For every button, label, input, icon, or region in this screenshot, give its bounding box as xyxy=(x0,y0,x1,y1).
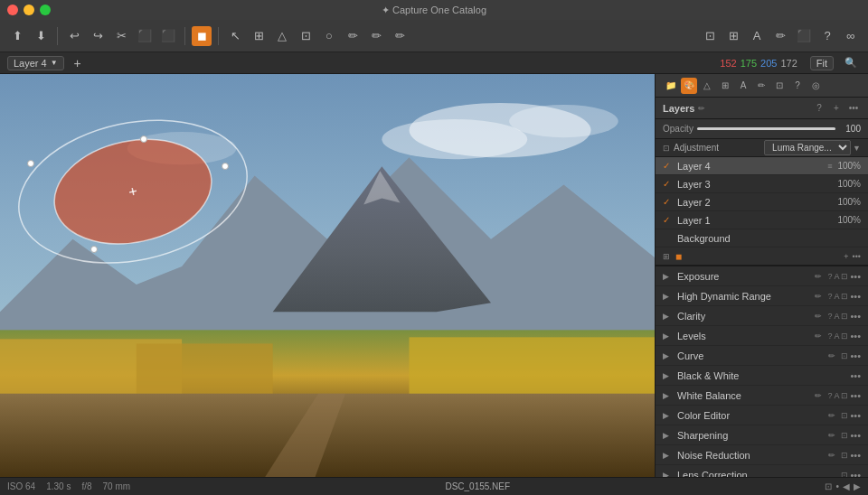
adj-q-hdr[interactable]: ? xyxy=(827,292,832,301)
adj-tool-sharp[interactable]: ✏ xyxy=(828,431,835,440)
stamp-tool[interactable]: ✏ xyxy=(770,26,790,46)
export-button[interactable]: ⬇ xyxy=(31,26,51,46)
help-button[interactable]: ? xyxy=(817,26,837,46)
panel-tab-pen[interactable]: ✏ xyxy=(753,78,769,94)
adj-tool-curve[interactable]: ✏ xyxy=(828,351,835,360)
pen-tool-3[interactable]: ✏ xyxy=(390,26,410,46)
adj-curve[interactable]: ▶ Curve ✏ ⊡ ••• xyxy=(656,346,868,366)
adj-dots-curve[interactable]: ••• xyxy=(850,350,861,361)
adj-a-exposure[interactable]: A xyxy=(834,272,839,281)
close-button[interactable] xyxy=(7,5,18,15)
layers-question-btn[interactable]: ? xyxy=(812,101,826,116)
adj-copy-exposure[interactable]: ⊡ xyxy=(841,272,848,281)
adj-dots-ce[interactable]: ••• xyxy=(850,410,861,421)
grid-tool[interactable]: ⊞ xyxy=(249,26,269,46)
add-layer-button[interactable]: + xyxy=(70,55,86,71)
print-tool[interactable]: ⬛ xyxy=(794,26,814,46)
adj-q-clarity[interactable]: ? xyxy=(827,312,832,321)
adj-copy-clarity[interactable]: ⊡ xyxy=(841,312,848,321)
adj-color-editor[interactable]: ▶ Color Editor ✏ ⊡ ••• xyxy=(656,406,868,425)
adj-clarity[interactable]: ▶ Clarity ✏ ? A ⊡ ••• xyxy=(656,306,868,326)
control-point-right[interactable] xyxy=(222,163,229,170)
layers-list-dots[interactable]: ••• xyxy=(853,252,861,261)
status-icon-3[interactable]: ◀ xyxy=(843,481,850,491)
panel-tab-text[interactable]: A xyxy=(735,78,751,94)
adjustment-mode-select[interactable]: Luma Range... All xyxy=(764,140,851,155)
layer-item-4[interactable]: ✓ Layer 4 ≡ 100% xyxy=(656,157,868,175)
shape-tool[interactable]: △ xyxy=(272,26,292,46)
adj-tool-hdr[interactable]: ✏ xyxy=(815,292,822,301)
adj-dots-hdr[interactable]: ••• xyxy=(850,291,861,302)
circle-tool[interactable]: ○ xyxy=(319,26,339,46)
panel-tab-color[interactable]: 🎨 xyxy=(681,78,697,94)
layer-item-2[interactable]: ✓ Layer 2 100% xyxy=(656,193,868,211)
adj-dots-lens[interactable]: ••• xyxy=(850,470,861,478)
adj-copy-lens[interactable]: ⊡ xyxy=(841,471,848,478)
adj-sharpening[interactable]: ▶ Sharpening ✏ ⊡ ••• xyxy=(656,425,868,445)
adj-a-levels[interactable]: A xyxy=(834,332,839,341)
adj-copy-curve[interactable]: ⊡ xyxy=(841,351,848,360)
layers-list-add[interactable]: + xyxy=(844,252,848,261)
panel-tab-folder[interactable]: 📁 xyxy=(663,78,679,94)
pen-tool-2[interactable]: ✏ xyxy=(366,26,386,46)
text-tool[interactable]: A xyxy=(747,26,767,46)
layers-add-btn[interactable]: + xyxy=(829,101,844,116)
adj-tool-exposure[interactable]: ✏ xyxy=(815,272,822,281)
cut-button[interactable]: ✂ xyxy=(111,26,131,46)
panel-tab-help[interactable]: ? xyxy=(789,78,806,94)
minimize-button[interactable] xyxy=(24,5,34,15)
adj-q-exposure[interactable]: ? xyxy=(827,272,832,281)
adj-hdr[interactable]: ▶ High Dynamic Range ✏ ? A ⊡ ••• xyxy=(656,286,868,306)
adj-exposure[interactable]: ▶ Exposure ✏ ? A ⊡ ••• xyxy=(656,266,868,286)
import-button[interactable]: ⬆ xyxy=(7,26,27,46)
canvas-area[interactable] xyxy=(0,74,655,477)
panel-tab-shape[interactable]: △ xyxy=(699,78,715,94)
status-icon-4[interactable]: ▶ xyxy=(854,481,861,491)
control-point-left[interactable] xyxy=(27,160,34,167)
panel-tab-crop[interactable]: ⊡ xyxy=(771,78,788,94)
layer-selector[interactable]: Layer 4 ▼ xyxy=(7,56,64,70)
adj-wb[interactable]: ▶ White Balance ✏ ? A ⊡ ••• xyxy=(656,386,868,406)
rect-tool[interactable]: ⊡ xyxy=(296,26,316,46)
layer-4-menu-icon[interactable]: ≡ xyxy=(827,162,832,171)
control-point-top[interactable] xyxy=(140,135,147,143)
adj-copy-hdr[interactable]: ⊡ xyxy=(841,292,848,301)
adj-dots-exposure[interactable]: ••• xyxy=(850,271,861,282)
redo-button[interactable]: ↪ xyxy=(88,26,108,46)
panel-tab-eye[interactable]: ◎ xyxy=(807,78,824,94)
control-point-bottom[interactable] xyxy=(90,246,98,253)
adj-copy-sharp[interactable]: ⊡ xyxy=(841,431,848,440)
adj-tool-ce[interactable]: ✏ xyxy=(828,411,835,420)
adj-dots-wb[interactable]: ••• xyxy=(850,390,861,401)
adj-tool-clarity[interactable]: ✏ xyxy=(815,312,822,321)
status-icon-1[interactable]: ⊡ xyxy=(825,481,832,491)
layer-item-1[interactable]: ✓ Layer 1 100% xyxy=(656,211,868,229)
status-icon-2[interactable]: • xyxy=(835,481,839,491)
infinity-button[interactable]: ∞ xyxy=(841,26,861,46)
pen-tool-1[interactable]: ✏ xyxy=(343,26,363,46)
cursor-tool[interactable]: ↖ xyxy=(225,26,245,46)
layers-list-icon-1[interactable]: ⊞ xyxy=(663,252,670,261)
adjustment-settings-icon[interactable]: ▼ xyxy=(853,144,861,153)
adj-a-hdr[interactable]: A xyxy=(834,292,839,301)
panel-tab-grid[interactable]: ⊞ xyxy=(717,78,733,94)
undo-button[interactable]: ↩ xyxy=(64,26,84,46)
adj-copy-levels[interactable]: ⊡ xyxy=(841,332,848,341)
adj-dots-bw[interactable]: ••• xyxy=(850,370,861,381)
paste-button[interactable]: ⬛ xyxy=(158,26,178,46)
adj-a-clarity[interactable]: A xyxy=(834,312,839,321)
adj-a-wb[interactable]: A xyxy=(834,391,839,400)
adj-q-levels[interactable]: ? xyxy=(827,332,832,341)
active-tool-button[interactable]: ◼ xyxy=(192,26,212,46)
adj-copy-wb[interactable]: ⊡ xyxy=(841,391,848,400)
layers-edit-icon[interactable]: ✏ xyxy=(698,104,705,113)
view-toggle-1[interactable]: ⊡ xyxy=(700,26,720,46)
adj-copy-ce[interactable]: ⊡ xyxy=(841,411,848,420)
adj-dots-levels[interactable]: ••• xyxy=(850,331,861,341)
layers-dots-btn[interactable]: ••• xyxy=(846,101,861,116)
adj-tool-levels[interactable]: ✏ xyxy=(815,332,822,341)
layer-item-bg[interactable]: ✓ Background xyxy=(656,229,868,248)
adj-noise[interactable]: ▶ Noise Reduction ✏ ⊡ ••• xyxy=(656,445,868,465)
adj-copy-noise[interactable]: ⊡ xyxy=(841,451,848,460)
view-toggle-2[interactable]: ⊞ xyxy=(723,26,743,46)
